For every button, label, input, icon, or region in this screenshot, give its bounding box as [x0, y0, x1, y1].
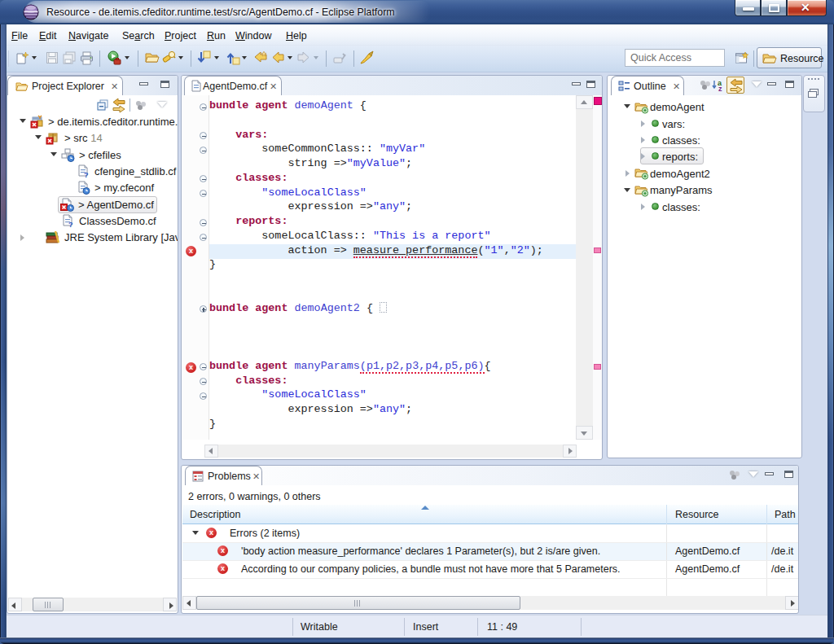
svg-text:?: ?	[84, 171, 89, 178]
svg-text:?: ?	[68, 221, 73, 228]
svg-text:z: z	[718, 85, 722, 92]
